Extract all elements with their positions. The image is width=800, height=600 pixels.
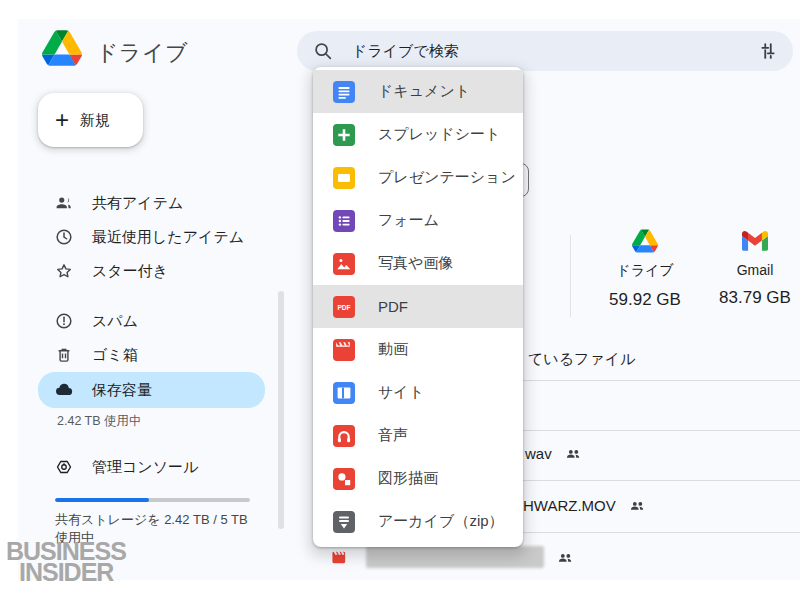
app-title: ドライブ — [96, 38, 188, 68]
filter-menu-item[interactable]: 音声 — [313, 414, 523, 457]
admin-icon — [54, 457, 74, 477]
filter-menu-item-label: 図形描画 — [378, 469, 438, 488]
storage-progress-bar — [55, 498, 250, 502]
sidebar-item-spam[interactable]: スパム — [38, 304, 284, 338]
service-name: ドライブ — [585, 262, 705, 280]
filter-menu-item-label: 写真や画像 — [378, 254, 453, 273]
filter-menu-item-label: アーカイブ（zip） — [378, 512, 504, 531]
shared-people-icon — [628, 496, 647, 515]
search-options-tune-icon[interactable] — [757, 40, 779, 62]
video-icon — [333, 339, 355, 361]
archive-icon — [333, 511, 355, 533]
sheets-icon — [333, 124, 355, 146]
service-usage-value: 59.92 GB — [585, 290, 705, 310]
forms-icon — [333, 210, 355, 232]
sidebar-item-trash[interactable]: ゴミ箱 — [38, 338, 284, 372]
filter-menu-item-label: フォーム — [378, 211, 439, 230]
sidebar-item-label: 保存容量 — [92, 381, 152, 400]
shared-people-icon — [564, 444, 583, 463]
row-divider — [523, 480, 800, 481]
service-usage-value: 83.79 GB — [695, 288, 800, 308]
drive-service-icon — [632, 229, 658, 253]
row-divider — [523, 532, 800, 533]
slides-icon — [333, 167, 355, 189]
sidebar-item-starred[interactable]: スター付き — [38, 254, 284, 288]
sidebar-item-shared[interactable]: 共有アイテム — [38, 186, 284, 220]
service-gmail: Gmail 83.79 GB — [695, 229, 800, 308]
files-section-heading: ているファイル — [528, 350, 635, 369]
business-insider-watermark: BUSINESS INSIDER — [6, 541, 126, 583]
storage-used-subtext: 2.42 TB 使用中 — [38, 408, 284, 434]
row-divider — [523, 380, 800, 381]
sidebar-item-label: スパム — [92, 312, 138, 331]
filter-menu-item[interactable]: 写真や画像 — [313, 242, 523, 285]
file-row[interactable] — [331, 546, 575, 568]
filter-menu-item-label: 音声 — [378, 426, 408, 445]
sidebar-item-storage[interactable]: 保存容量 — [38, 372, 265, 408]
sidebar-item-label: 最近使用したアイテム — [92, 228, 244, 247]
sidebar-item-label: スター付き — [92, 262, 168, 281]
gmail-service-icon — [742, 229, 768, 253]
filter-menu-item-label: ドキュメント — [378, 82, 470, 101]
filter-menu-item-label: サイト — [378, 383, 424, 402]
drive-app-window: ドライブ ドライブで検索 + 新規 共有アイテム最近使用したアイテムスター付きス… — [18, 19, 800, 580]
svg-text:PDF: PDF — [337, 304, 350, 311]
drawing-icon — [333, 468, 355, 490]
file-row[interactable]: wav — [525, 444, 583, 463]
google-drive-page: ドライブ ドライブで検索 + 新規 共有アイテム最近使用したアイテムスター付きス… — [0, 0, 800, 600]
row-divider — [523, 430, 800, 431]
new-button-label: 新規 — [80, 111, 110, 130]
filter-menu-item[interactable]: スプレッドシート — [313, 113, 523, 156]
sites-icon — [333, 382, 355, 404]
filter-menu-item[interactable]: プレゼンテーション — [313, 156, 523, 199]
docs-icon — [333, 81, 355, 103]
search-icon — [312, 40, 334, 62]
service-name: Gmail — [695, 262, 800, 278]
file-name: wav — [525, 445, 552, 462]
sidebar-scrollbar[interactable] — [278, 291, 284, 529]
search-input[interactable]: ドライブで検索 — [352, 42, 757, 61]
drive-logo-icon — [42, 30, 82, 66]
sidebar-nav: 共有アイテム最近使用したアイテムスター付きスパムゴミ箱保存容量2.42 TB 使… — [38, 186, 284, 484]
filter-menu-item-label: スプレッドシート — [378, 125, 500, 144]
sidebar-item-label: 管理コンソール — [92, 458, 198, 477]
filter-menu-item[interactable]: アーカイブ（zip） — [313, 500, 523, 543]
shared-people-icon — [556, 548, 575, 567]
service-divider — [570, 235, 571, 317]
cloud-icon — [54, 380, 74, 400]
service-drive: ドライブ 59.92 GB — [585, 229, 705, 310]
photo-icon — [333, 253, 355, 275]
filter-menu-item-label: PDF — [378, 298, 408, 315]
pdf-icon: PDF — [333, 296, 355, 318]
search-bar[interactable]: ドライブで検索 — [297, 31, 793, 71]
file-name: HWARZ.MOV — [523, 497, 616, 514]
filter-menu-item[interactable]: ドキュメント — [313, 70, 523, 113]
new-button[interactable]: + 新規 — [38, 93, 143, 147]
sidebar-item-label: ゴミ箱 — [92, 346, 138, 365]
sidebar-item-label: 共有アイテム — [92, 194, 183, 213]
filter-menu-item-label: 動画 — [378, 340, 408, 359]
filter-menu-item[interactable]: 動画 — [313, 328, 523, 371]
file-type-dropdown-menu: ドキュメントスプレッドシートプレゼンテーションフォーム写真や画像PDFPDF動画… — [313, 67, 523, 547]
video-file-icon — [331, 549, 348, 566]
sidebar-item-recent[interactable]: 最近使用したアイテム — [38, 220, 284, 254]
spam-icon — [54, 311, 74, 331]
filter-menu-item-label: プレゼンテーション — [378, 168, 516, 187]
file-row[interactable]: HWARZ.MOV — [523, 496, 647, 515]
filter-menu-item[interactable]: サイト — [313, 371, 523, 414]
filter-menu-item[interactable]: フォーム — [313, 199, 523, 242]
clock-icon — [54, 227, 74, 247]
filter-menu-item[interactable]: 図形描画 — [313, 457, 523, 500]
sidebar-item-admin[interactable]: 管理コンソール — [38, 450, 284, 484]
people-icon — [54, 193, 74, 213]
trash-icon — [54, 345, 74, 365]
filter-menu-item[interactable]: PDFPDF — [313, 285, 523, 328]
redacted-file-name — [366, 546, 544, 568]
storage-progress-fill — [55, 498, 149, 502]
star-icon — [54, 261, 74, 281]
audio-icon — [333, 425, 355, 447]
plus-icon: + — [55, 108, 69, 132]
